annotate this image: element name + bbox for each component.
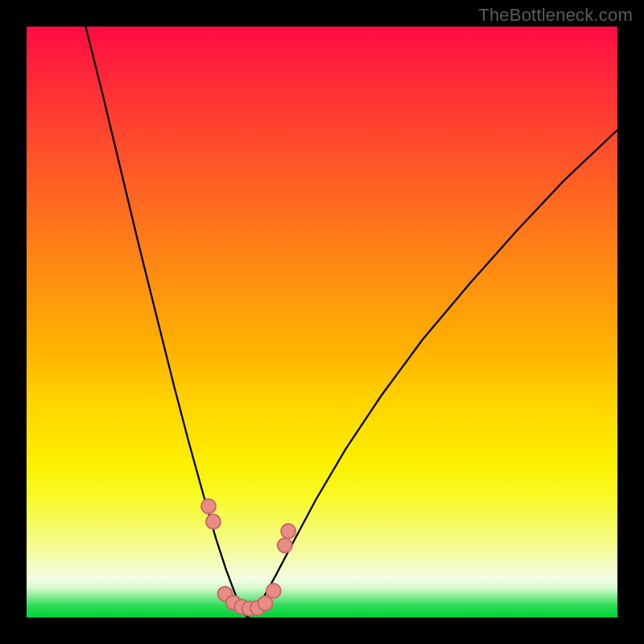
bead-markers (27, 27, 617, 617)
bead-icon (201, 499, 216, 514)
bead-icon (266, 584, 281, 598)
bead-icon (206, 514, 221, 529)
bead-icon (281, 524, 295, 539)
bead-icon (278, 538, 292, 552)
watermark-text: TheBottleneck.com (478, 5, 633, 26)
plot-frame (27, 27, 617, 617)
